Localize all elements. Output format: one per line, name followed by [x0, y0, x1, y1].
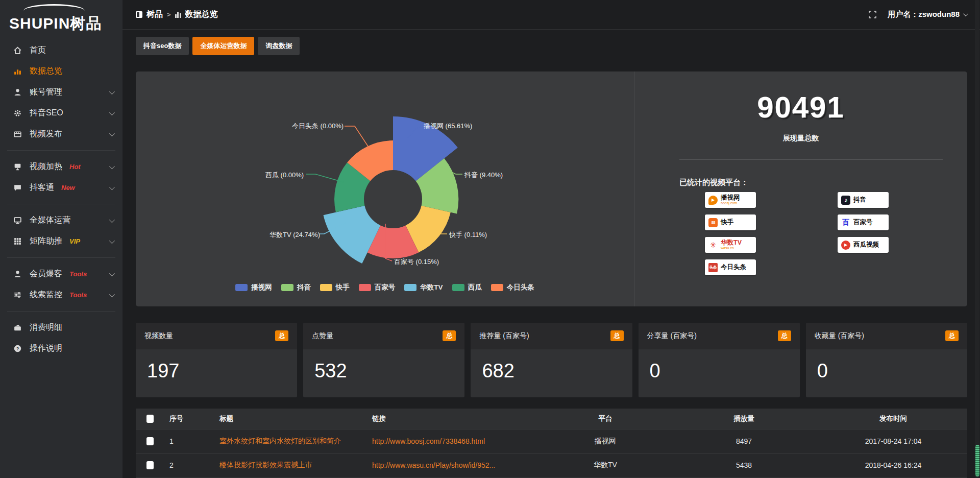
pie-label-抖音: 抖音 (9.40%) — [464, 171, 503, 180]
legend-item-华数TV[interactable]: 华数TV — [404, 283, 443, 292]
wasu-logo-icon: ✳ — [708, 241, 718, 250]
stat-card-value: 0 — [650, 360, 660, 382]
sidebar-item-user[interactable]: 账号管理 — [0, 82, 122, 103]
chevron-down-icon — [109, 237, 115, 243]
legend-swatch — [235, 284, 248, 291]
cell-link[interactable]: http://www.boosj.com/7338468.html — [367, 429, 542, 453]
cell-time: 2017-08-24 17:04 — [819, 429, 967, 453]
rose-chart-area: 播视网 (65.61%)抖音 (9.40%)快手 (0.11%)百家号 (0.1… — [136, 71, 634, 306]
select-all-checkbox[interactable] — [146, 415, 154, 423]
boosj-logo-icon: ▶ — [708, 196, 718, 205]
user-menu[interactable]: 用户名：zswodun88 — [888, 10, 967, 19]
platform-badge-xigua: ▶西瓜视频 — [838, 237, 889, 253]
platform-badge-douyin: ♪抖音 — [838, 192, 889, 208]
rose-chart — [136, 71, 634, 306]
legend-swatch — [359, 284, 371, 291]
sidebar-item-sliders[interactable]: 线索监控Tools — [0, 284, 122, 305]
row-checkbox[interactable] — [146, 461, 154, 469]
legend-label: 西瓜 — [468, 283, 482, 292]
sidebar-item-screen[interactable]: 视频加热Hot — [0, 156, 122, 177]
legend-label: 抖音 — [297, 283, 311, 292]
gear-icon — [13, 109, 22, 117]
legend-item-西瓜[interactable]: 西瓜 — [452, 283, 482, 292]
total-badge[interactable]: 总 — [778, 330, 791, 341]
legend-item-抖音[interactable]: 抖音 — [281, 283, 311, 292]
breadcrumb-page[interactable]: 数据总览 — [185, 9, 218, 20]
platform-name: 快手 — [721, 219, 733, 226]
cell-title[interactable]: 室外水纹灯和室内水纹灯的区别和简介 — [214, 429, 367, 453]
row-checkbox[interactable] — [146, 437, 154, 445]
pie-label-今日头条: 今日头条 (0.00%) — [292, 122, 344, 131]
stat-card-value: 197 — [147, 360, 179, 382]
total-badge[interactable]: 总 — [945, 330, 959, 341]
overview-panel: 播视网 (65.61%)抖音 (9.40%)快手 (0.11%)百家号 (0.1… — [136, 71, 967, 306]
sidebar-item-label: 抖客通 — [30, 182, 54, 193]
bar-chart-icon — [175, 11, 181, 18]
sidebar-item-label: 视频加热 — [30, 161, 62, 172]
stat-card-1: 点赞量总532 — [303, 323, 464, 397]
cell-link[interactable]: http://www.wasu.cn/Play/show/id/952... — [367, 453, 542, 477]
stat-card-value: 0 — [817, 360, 828, 382]
legend-item-播视网[interactable]: 播视网 — [235, 283, 272, 292]
legend-item-今日头条[interactable]: 今日头条 — [491, 283, 534, 292]
tab-1[interactable]: 全媒体运营数据 — [192, 37, 254, 55]
scrollbar-thumb[interactable] — [975, 445, 979, 476]
video-table-wrap: 序号 标题 链接 平台 播放量 发布时间 1室外水纹灯和室内水纹灯的区别和简介h… — [136, 409, 967, 478]
breadcrumb-app[interactable]: 树品 — [146, 9, 163, 20]
sidebar-item-upload[interactable]: 视频发布 — [0, 124, 122, 145]
legend-item-快手[interactable]: 快手 — [320, 283, 350, 292]
sidebar-item-chat[interactable]: 抖客通New — [0, 177, 122, 198]
cell-plays: 8497 — [669, 429, 819, 453]
stat-card-header: 收藏量 (百家号)总 — [806, 323, 967, 349]
data-tabs: 抖音seo数据全媒体运营数据询盘数据 — [136, 37, 300, 55]
platforms-label: 已统计的视频平台： — [679, 178, 748, 187]
sidebar-item-tag: Tools — [69, 291, 87, 299]
scrollbar-track[interactable] — [975, 0, 979, 478]
screen-icon — [13, 162, 22, 171]
stat-card-header: 视频数量总 — [136, 323, 297, 349]
stat-card-title: 推荐量 (百家号) — [479, 331, 529, 341]
legend-item-百家号[interactable]: 百家号 — [359, 283, 396, 292]
platform-name: 播视网 — [721, 195, 740, 201]
total-badge[interactable]: 总 — [275, 330, 288, 341]
breadcrumb: 树品 > 数据总览 — [136, 9, 218, 20]
platform-badge-toutiao: 头条今日头条 — [705, 259, 756, 275]
cell-title[interactable]: 楼体投影灯投影效果震撼上市 — [214, 453, 367, 477]
total-badge[interactable]: 总 — [443, 330, 456, 341]
stat-card-2: 推荐量 (百家号)总682 — [471, 323, 632, 397]
stat-card-title: 点赞量 — [312, 331, 333, 341]
tab-2[interactable]: 询盘数据 — [258, 37, 300, 55]
cell-time: 2018-04-26 16:24 — [819, 453, 967, 477]
toutiao-logo-icon: 头条 — [708, 263, 718, 272]
sidebar-item-help[interactable]: ?操作说明 — [0, 338, 122, 359]
douyin-logo-icon: ♪ — [841, 196, 850, 205]
stat-card-header: 分享量 (百家号)总 — [639, 323, 800, 349]
sidebar-item-home[interactable]: 首页 — [0, 40, 122, 61]
sidebar-item-chart[interactable]: 数据总览 — [0, 61, 122, 82]
stat-card-header: 点赞量总 — [303, 323, 464, 349]
stat-card-body: 682 — [471, 349, 632, 397]
header-num: 序号 — [164, 409, 214, 429]
sidebar-item-gear[interactable]: 抖音SEO — [0, 103, 122, 124]
stat-card-body: 197 — [136, 349, 297, 397]
sidebar: SHUPIN树品 首页数据总览账号管理抖音SEO视频发布视频加热Hot抖客通Ne… — [0, 0, 122, 478]
sidebar-item-label: 消费明细 — [30, 322, 62, 333]
stat-card-title: 分享量 (百家号) — [647, 331, 697, 341]
pie-sector-华数TV[interactable] — [324, 206, 381, 264]
legend-swatch — [452, 284, 464, 291]
legend-swatch — [404, 284, 416, 291]
platform-name: 百家号 — [853, 219, 873, 226]
fullscreen-icon[interactable] — [869, 11, 876, 18]
total-impressions-label: 展现量总数 — [634, 134, 967, 143]
topbar: 树品 > 数据总览 用户名：zswodun88 — [122, 0, 980, 30]
wallet-icon — [13, 323, 22, 332]
sidebar-item-wallet[interactable]: 消费明细 — [0, 317, 122, 338]
total-badge[interactable]: 总 — [610, 330, 624, 341]
chevron-down-icon — [109, 109, 115, 115]
cell-platform: 播视网 — [542, 429, 669, 453]
tab-0[interactable]: 抖音seo数据 — [136, 37, 189, 55]
home-icon — [13, 46, 22, 55]
sidebar-item-monitor[interactable]: 全媒体运营 — [0, 210, 122, 231]
sidebar-item-grid[interactable]: 矩阵助推VIP — [0, 231, 122, 252]
sidebar-item-user2[interactable]: 会员爆客Tools — [0, 264, 122, 284]
